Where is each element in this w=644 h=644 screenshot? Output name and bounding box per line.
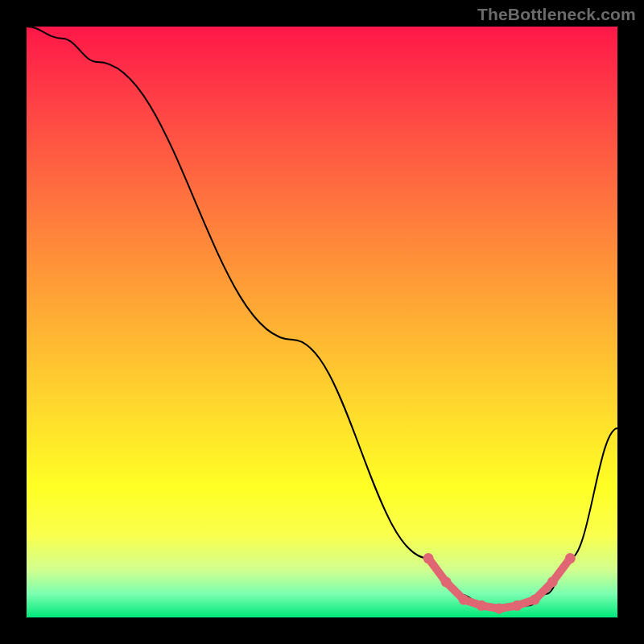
- optimal-region-dot: [530, 594, 540, 605]
- plot-area: [27, 27, 617, 617]
- watermark: TheBottleneck.com: [477, 5, 636, 24]
- bottleneck-curve: [27, 27, 617, 609]
- optimal-region-markers: [423, 553, 576, 613]
- optimal-region-dot: [547, 576, 558, 587]
- optimal-region-dot: [459, 594, 469, 605]
- optimal-region-dot: [565, 553, 576, 564]
- chart-frame: TheBottleneck.com: [0, 0, 644, 644]
- optimal-region-dot: [494, 603, 505, 613]
- optimal-region-dot: [441, 576, 452, 587]
- optimal-region-dot: [423, 553, 434, 564]
- optimal-region-dot: [477, 601, 487, 611]
- optimal-region-dot: [512, 601, 522, 611]
- chart-svg: [27, 27, 617, 617]
